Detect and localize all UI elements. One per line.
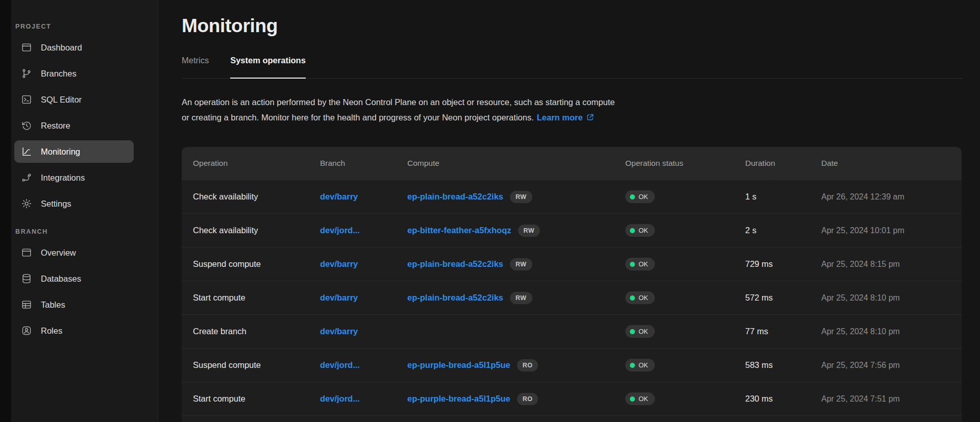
- column-header-compute: Compute: [407, 159, 625, 168]
- table-row: Start computedev/barryep-plain-bread-a52…: [182, 281, 962, 314]
- status-badge: OK: [625, 325, 655, 338]
- tab-metrics[interactable]: Metrics: [182, 56, 209, 79]
- branch-cell: dev/barry: [320, 327, 407, 336]
- sidebar-item-label: Overview: [41, 248, 76, 258]
- branch-link[interactable]: dev/jord...: [320, 226, 360, 235]
- compute-type-badge: RW: [510, 292, 532, 304]
- operation-label: Suspend compute: [193, 360, 261, 370]
- operation-cell: Suspend compute: [193, 259, 320, 269]
- date-cell: Apr 25, 2024 7:56 pm: [821, 361, 962, 370]
- terminal-icon: [20, 93, 33, 106]
- table-body: Check availabilitydev/barryep-plain-brea…: [182, 180, 962, 422]
- compute-type-badge: RW: [510, 258, 532, 270]
- branch-cell: dev/barry: [320, 259, 407, 269]
- compute-link[interactable]: ep-bitter-feather-a5fxhoqz: [407, 226, 511, 235]
- duration-value: 572 ms: [745, 293, 773, 303]
- status-cell: OK: [625, 224, 745, 237]
- column-header-operation: Operation: [193, 159, 320, 168]
- external-link-icon: [586, 113, 594, 121]
- branch-cell: dev/barry: [320, 192, 407, 202]
- sidebar-item-restore[interactable]: Restore: [14, 114, 134, 137]
- date-value: Apr 25, 2024 7:51 pm: [821, 394, 900, 404]
- branch-link[interactable]: dev/barry: [320, 327, 358, 336]
- table-row: Check availabilitydev/jord...ep-bitter-f…: [182, 213, 962, 247]
- date-value: Apr 26, 2024 12:39 am: [821, 192, 904, 202]
- compute-cell: ep-plain-bread-a52c2iksRW: [407, 191, 625, 203]
- compute-link[interactable]: ep-plain-bread-a52c2iks: [407, 192, 503, 202]
- status-badge: OK: [625, 190, 655, 203]
- sidebar-item-databases[interactable]: Databases: [14, 267, 134, 290]
- table-row: Suspend computedev/jord...ep-purple-brea…: [182, 348, 962, 382]
- sidebar-item-overview[interactable]: Overview: [14, 241, 134, 264]
- operation-cell: Create branch: [193, 327, 320, 336]
- branch-cell: dev/jord...: [320, 226, 407, 235]
- sidebar-item-sql-editor[interactable]: SQL Editor: [14, 88, 134, 111]
- branch-link[interactable]: dev/jord...: [320, 360, 360, 370]
- status-label: OK: [639, 227, 648, 234]
- sidebar-item-dashboard[interactable]: Dashboard: [14, 36, 134, 59]
- operation-label: Check availability: [193, 226, 258, 235]
- branch-cell: dev/jord...: [320, 394, 407, 404]
- branch-link[interactable]: dev/barry: [320, 259, 358, 269]
- sidebar-section: PROJECTDashboardBranchesSQL EditorRestor…: [14, 23, 158, 215]
- column-header-branch: Branch: [320, 159, 407, 168]
- learn-more-link[interactable]: Learn more: [537, 113, 594, 122]
- tab-system-operations[interactable]: System operations: [230, 56, 306, 79]
- sidebar-item-label: Integrations: [41, 173, 85, 183]
- sidebar-item-label: Tables: [41, 300, 65, 310]
- date-cell: Apr 25, 2024 7:51 pm: [821, 394, 962, 404]
- date-value: Apr 25, 2024 8:15 pm: [821, 260, 900, 269]
- description: An operation is an action performed by t…: [182, 94, 980, 125]
- operation-label: Create branch: [193, 327, 247, 336]
- sidebar-section-label: PROJECT: [14, 23, 158, 36]
- sidebar-item-roles[interactable]: Roles: [14, 319, 134, 342]
- duration-cell: 230 ms: [745, 394, 821, 404]
- compute-type-badge: RO: [517, 393, 538, 405]
- status-cell: OK: [625, 258, 745, 270]
- status-badge: OK: [625, 258, 655, 270]
- sidebar-item-integrations[interactable]: Integrations: [14, 166, 134, 189]
- operation-label: Check availability: [193, 192, 258, 202]
- branch-link[interactable]: dev/barry: [320, 192, 358, 202]
- table-row-partial: [182, 415, 962, 422]
- compute-link[interactable]: ep-purple-bread-a5l1p5ue: [407, 360, 510, 370]
- sidebar-item-label: Dashboard: [41, 43, 82, 53]
- duration-cell: 1 s: [745, 192, 821, 202]
- sidebar-item-label: SQL Editor: [41, 95, 82, 105]
- duration-cell: 2 s: [745, 226, 821, 235]
- status-badge: OK: [625, 291, 655, 304]
- status-label: OK: [639, 193, 648, 201]
- sidebar-item-tables[interactable]: Tables: [14, 293, 134, 316]
- sidebar-item-label: Branches: [41, 69, 77, 79]
- page-title: Monitoring: [182, 15, 980, 37]
- status-cell: OK: [625, 291, 745, 304]
- sidebar-item-settings[interactable]: Settings: [14, 192, 134, 215]
- operation-cell: Start compute: [193, 394, 320, 404]
- duration-value: 583 ms: [745, 360, 773, 370]
- compute-link[interactable]: ep-plain-bread-a52c2iks: [407, 259, 503, 269]
- branch-link[interactable]: dev/jord...: [320, 394, 360, 404]
- operation-cell: Check availability: [193, 192, 320, 202]
- date-cell: Apr 25, 2024 8:10 pm: [821, 293, 962, 303]
- status-badge: OK: [625, 392, 655, 405]
- operation-cell: Suspend compute: [193, 360, 320, 370]
- compute-link[interactable]: ep-plain-bread-a52c2iks: [407, 293, 503, 303]
- duration-cell: 77 ms: [745, 327, 821, 336]
- learn-more-label: Learn more: [537, 113, 583, 122]
- sidebar-item-branches[interactable]: Branches: [14, 62, 134, 85]
- date-cell: Apr 25, 2024 10:01 pm: [821, 226, 962, 235]
- sidebar-item-monitoring[interactable]: Monitoring: [14, 140, 134, 163]
- branch-cell: dev/jord...: [320, 360, 407, 370]
- duration-value: 2 s: [745, 226, 756, 235]
- status-label: OK: [639, 395, 648, 403]
- status-label: OK: [639, 260, 648, 268]
- status-dot-icon: [630, 228, 635, 233]
- table-row: Check availabilitydev/barryep-plain-brea…: [182, 180, 962, 213]
- status-label: OK: [639, 294, 648, 302]
- date-value: Apr 25, 2024 8:10 pm: [821, 293, 900, 303]
- date-value: Apr 25, 2024 10:01 pm: [821, 226, 904, 235]
- chart-line-icon: [20, 145, 33, 158]
- branch-link[interactable]: dev/barry: [320, 293, 358, 303]
- compute-link[interactable]: ep-purple-bread-a5l1p5ue: [407, 394, 510, 404]
- table-header-row: Operation Branch Compute Operation statu…: [182, 147, 962, 180]
